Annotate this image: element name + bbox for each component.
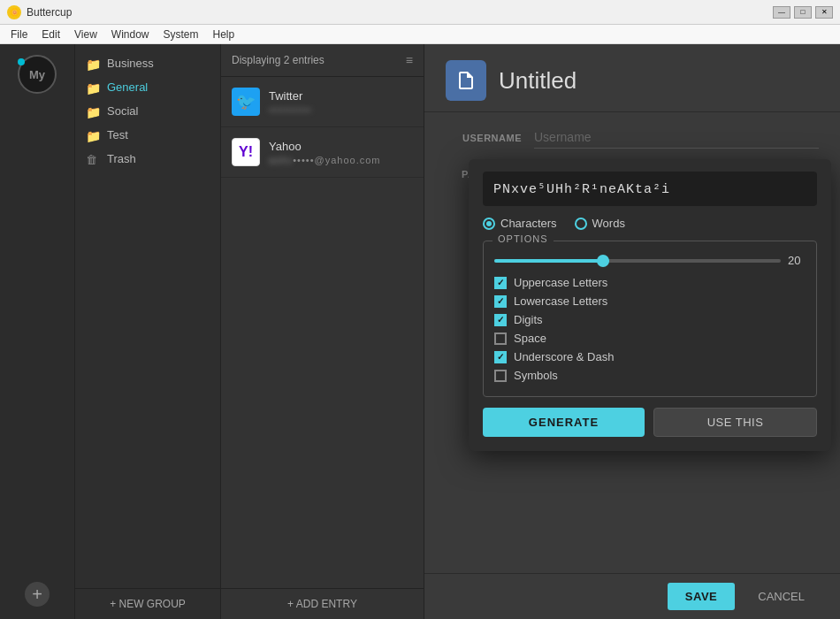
menu-help[interactable]: Help xyxy=(206,27,242,42)
sidebar-item-social[interactable]: 📁 Social xyxy=(75,99,220,123)
avatar-initials: My xyxy=(29,68,45,81)
entry-info-twitter: Twitter •••••••••• xyxy=(269,89,312,115)
options-section: OPTIONS 20 Uppercase Letters Lowercase L… xyxy=(483,241,817,397)
characters-radio[interactable] xyxy=(483,218,495,230)
avatar[interactable]: My xyxy=(18,55,57,94)
close-button[interactable]: ✕ xyxy=(815,6,833,19)
symbols-checkbox-row: Symbols xyxy=(494,369,806,382)
slider-value: 20 xyxy=(788,254,806,267)
symbols-label: Symbols xyxy=(514,369,558,382)
length-slider[interactable] xyxy=(494,259,781,263)
space-checkbox[interactable] xyxy=(494,332,507,345)
entry-title: Yahoo xyxy=(269,140,380,153)
uppercase-checkbox[interactable] xyxy=(494,277,507,289)
group-label-general: General xyxy=(107,80,148,94)
sidebar-item-trash[interactable]: 🗑 Trash xyxy=(75,147,220,171)
entry-subtitle: •••••••••• xyxy=(269,104,312,115)
sidebar-add-button[interactable]: + xyxy=(25,582,50,607)
folder-icon: 📁 xyxy=(86,129,100,141)
entry-subtitle: ashv•••••@yahoo.com xyxy=(269,155,380,165)
entries-panel: Displaying 2 entries ≡ 🐦 Twitter •••••••… xyxy=(221,44,424,619)
sidebar-item-general[interactable]: 📁 General xyxy=(75,75,220,99)
cancel-button[interactable]: CANCEL xyxy=(744,583,819,610)
sidebar-item-business[interactable]: 📁 Business xyxy=(75,51,220,75)
entry-title: Untitled xyxy=(499,67,577,95)
generated-password-display: PNxve⁵UHh²R¹neAKta²i xyxy=(483,172,817,206)
underscore-label: Underscore & Dash xyxy=(514,350,614,363)
digits-checkbox-row: Digits xyxy=(494,313,806,326)
detail-panel: Untitled USERNAME PASSWORD ✏ ▲ PNxve⁵UHh… xyxy=(424,44,840,619)
entry-title: Twitter xyxy=(269,89,312,103)
username-label: USERNAME xyxy=(446,133,534,143)
slider-thumb[interactable] xyxy=(597,255,609,267)
uppercase-checkbox-row: Uppercase Letters xyxy=(494,276,806,289)
sidebar-item-test[interactable]: 📁 Test xyxy=(75,123,220,147)
main-layout: My + 📁 Business 📁 General 📁 Social 📁 xyxy=(0,44,840,619)
folder-icon: 📁 xyxy=(86,57,100,70)
sidebar: My + xyxy=(0,44,75,619)
password-generator-modal: PNxve⁵UHh²R¹neAKta²i Characters Words OP… xyxy=(469,159,831,451)
group-label-social: Social xyxy=(107,104,138,118)
folder-icon: 📁 xyxy=(86,81,100,94)
lowercase-checkbox-row: Lowercase Letters xyxy=(494,294,806,308)
list-item[interactable]: 🐦 Twitter •••••••••• xyxy=(221,77,424,127)
app-title: Buttercup xyxy=(27,6,773,19)
words-option[interactable]: Words xyxy=(575,217,625,230)
entry-logo-twitter: 🐦 xyxy=(232,88,260,116)
lowercase-checkbox[interactable] xyxy=(494,295,507,308)
digits-checkbox[interactable] xyxy=(494,314,507,326)
group-label-trash: Trash xyxy=(107,152,136,165)
maximize-button[interactable]: □ xyxy=(794,6,812,19)
avatar-dot xyxy=(18,58,25,65)
group-label-test: Test xyxy=(107,128,128,141)
underscore-checkbox[interactable] xyxy=(494,351,507,363)
space-checkbox-row: Space xyxy=(494,332,806,345)
app-icon: 🌼 xyxy=(7,5,21,19)
groups-bottom: + NEW GROUP xyxy=(75,588,220,619)
length-slider-row: 20 xyxy=(494,254,806,267)
menu-system[interactable]: System xyxy=(157,27,206,42)
menu-edit[interactable]: Edit xyxy=(34,27,67,42)
menu-window[interactable]: Window xyxy=(104,27,157,42)
characters-option[interactable]: Characters xyxy=(483,217,557,230)
words-radio[interactable] xyxy=(575,218,587,230)
entries-header: Displaying 2 entries ≡ xyxy=(221,44,424,77)
twitter-bird-icon: 🐦 xyxy=(236,92,256,111)
symbols-checkbox[interactable] xyxy=(494,370,507,382)
words-label: Words xyxy=(592,217,625,230)
detail-bottom-bar: SAVE CANCEL xyxy=(424,573,840,619)
entries-count: Displaying 2 entries xyxy=(232,54,325,66)
entry-info-yahoo: Yahoo ashv•••••@yahoo.com xyxy=(269,140,380,165)
detail-header: Untitled xyxy=(424,44,840,112)
entries-list: 🐦 Twitter •••••••••• Y! Yahoo ashv•••••@… xyxy=(221,77,424,588)
space-label: Space xyxy=(514,332,546,345)
uppercase-label: Uppercase Letters xyxy=(514,276,607,289)
slider-fill xyxy=(494,259,609,263)
underscore-checkbox-row: Underscore & Dash xyxy=(494,350,806,363)
use-this-button[interactable]: USE THIS xyxy=(653,408,817,437)
save-button[interactable]: SAVE xyxy=(668,583,735,610)
folder-icon: 📁 xyxy=(86,105,100,118)
list-item[interactable]: Y! Yahoo ashv•••••@yahoo.com xyxy=(221,127,424,178)
menu-file[interactable]: File xyxy=(4,27,34,42)
groups-panel: 📁 Business 📁 General 📁 Social 📁 Test 🗑 T… xyxy=(75,44,221,619)
characters-label: Characters xyxy=(500,217,557,230)
username-input[interactable] xyxy=(534,126,819,149)
trash-icon: 🗑 xyxy=(86,153,100,165)
group-label-business: Business xyxy=(107,57,154,70)
add-entry-button[interactable]: + ADD ENTRY xyxy=(287,598,357,610)
entries-bottom: + ADD ENTRY xyxy=(221,588,424,619)
menu-view[interactable]: View xyxy=(67,27,104,42)
options-legend: OPTIONS xyxy=(493,233,554,244)
document-icon xyxy=(455,70,477,91)
minimize-button[interactable]: — xyxy=(773,6,790,19)
generate-button[interactable]: GENERATE xyxy=(483,408,645,437)
entry-icon xyxy=(446,60,486,101)
new-group-button[interactable]: + NEW GROUP xyxy=(84,598,211,610)
digits-label: Digits xyxy=(514,313,543,326)
plus-icon: + xyxy=(32,585,42,605)
lowercase-label: Lowercase Letters xyxy=(514,294,607,308)
filter-icon[interactable]: ≡ xyxy=(406,53,413,67)
modal-buttons: GENERATE USE THIS xyxy=(483,408,817,437)
entry-logo-yahoo: Y! xyxy=(232,138,260,166)
